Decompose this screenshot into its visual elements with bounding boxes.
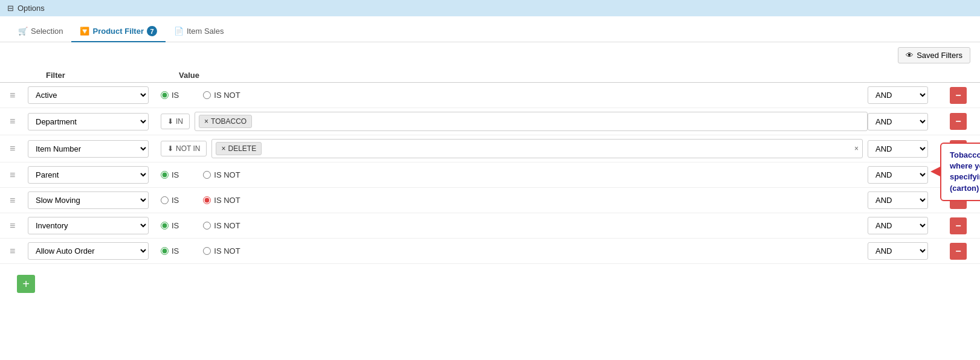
add-row: +: [0, 264, 980, 304]
and-select-slow-moving[interactable]: AND OR: [868, 191, 928, 209]
isnot-label-parent: IS NOT: [214, 170, 240, 179]
drag-handle-inventory[interactable]: ≡: [10, 220, 28, 231]
and-select-item-number[interactable]: AND OR: [868, 140, 928, 158]
filter-select-department[interactable]: Department: [28, 113, 149, 130]
clear-item-number[interactable]: ×: [854, 144, 859, 153]
tab-selection[interactable]: 🛒 Selection: [10, 22, 71, 42]
tags-area-item-number[interactable]: × DELETE ×: [211, 139, 863, 158]
top-bar: ⊟ Options: [0, 0, 980, 16]
is-label-allow-auto-order: IS: [172, 246, 179, 256]
and-select-allow-auto-order[interactable]: AND OR: [868, 242, 928, 260]
saved-filters-label: Saved Filters: [917, 51, 962, 60]
add-filter-button[interactable]: +: [17, 275, 35, 293]
row-slow-moving: ≡ Slow Moving IS IS NOT AND OR −: [0, 188, 980, 213]
tag-x-tobacco[interactable]: ×: [204, 117, 208, 126]
remove-button-department[interactable]: −: [950, 113, 967, 130]
tag-delete: × DELETE: [216, 142, 262, 155]
drag-handle-parent[interactable]: ≡: [10, 170, 28, 181]
filter-rows-container: ≡ Active IS IS NOT AND OR −: [0, 83, 980, 264]
in-button-department[interactable]: ⬇ IN: [161, 114, 190, 129]
not-in-button[interactable]: ⬇ NOT IN: [161, 141, 207, 156]
drag-handle-active[interactable]: ≡: [10, 90, 28, 101]
in-label-department: IN: [176, 117, 183, 126]
drag-handle-allow-auto-order[interactable]: ≡: [10, 246, 28, 257]
and-select-parent[interactable]: AND OR: [868, 166, 928, 184]
tooltip-box: Tobacco Auto Order where you are specify…: [940, 143, 980, 201]
and-select-inventory[interactable]: AND OR: [868, 217, 928, 234]
and-select-active[interactable]: AND OR: [868, 86, 928, 104]
is-label-slow-moving: IS: [172, 196, 179, 205]
filter-header: Filter: [46, 71, 179, 80]
row-inventory: ≡ Inventory IS IS NOT AND OR −: [0, 213, 980, 239]
radio-is-allow-auto-order[interactable]: IS: [161, 246, 179, 256]
row-department: ≡ Department ⬇ IN × TOBACCO AND OR: [0, 108, 980, 135]
row-active: ≡ Active IS IS NOT AND OR −: [0, 83, 980, 108]
tab-product-filter[interactable]: 🔽 Product Filter 7: [71, 21, 166, 42]
tags-area-department[interactable]: × TOBACCO: [195, 112, 868, 131]
in-icon-department: ⬇: [167, 117, 173, 126]
radio-isnot-active[interactable]: IS NOT: [203, 91, 240, 100]
saved-filters-button[interactable]: 👁 Saved Filters: [898, 47, 970, 63]
options-icon: ⊟: [7, 4, 14, 13]
is-label-active: IS: [172, 91, 179, 100]
remove-button-active[interactable]: −: [950, 87, 967, 104]
filter-select-active[interactable]: Active: [28, 86, 149, 104]
drag-handle-department[interactable]: ≡: [10, 116, 28, 127]
tabs-bar: 🛒 Selection 🔽 Product Filter 7 📄 Item Sa…: [0, 16, 980, 42]
eye-icon: 👁: [906, 51, 914, 60]
value-header: Value: [179, 71, 970, 80]
filter-select-parent[interactable]: Parent: [28, 166, 149, 184]
not-in-icon: ⬇: [167, 144, 173, 153]
tooltip-text: Tobacco Auto Order where you are specify…: [950, 150, 980, 193]
filter-select-allow-auto-order[interactable]: Allow Auto Order: [28, 242, 149, 260]
remove-button-allow-auto-order[interactable]: −: [950, 243, 967, 260]
toolbar-row: 👁 Saved Filters: [0, 42, 980, 68]
selection-icon: 🛒: [18, 27, 28, 36]
row-allow-auto-order: ≡ Allow Auto Order IS IS NOT AND OR −: [0, 239, 980, 264]
not-in-label: NOT IN: [176, 144, 200, 153]
row-parent: ≡ Parent IS IS NOT AND OR −: [0, 162, 980, 188]
filter-icon: 🔽: [80, 27, 89, 36]
radio-is-active[interactable]: IS: [161, 91, 179, 100]
table-header: Filter Value: [0, 68, 980, 83]
radio-isnot-slow-moving[interactable]: IS NOT: [203, 196, 240, 205]
filter-select-item-number[interactable]: Item Number: [28, 140, 149, 158]
radio-is-parent[interactable]: IS: [161, 170, 179, 179]
item-sales-icon: 📄: [174, 27, 184, 36]
remove-button-inventory[interactable]: −: [950, 217, 967, 234]
options-label: Options: [18, 4, 45, 13]
tab-item-sales-label: Item Sales: [187, 27, 224, 36]
tab-selection-label: Selection: [31, 27, 63, 36]
product-filter-badge: 7: [147, 26, 157, 36]
radio-isnot-allow-auto-order[interactable]: IS NOT: [203, 246, 240, 256]
radio-is-slow-moving[interactable]: IS: [161, 196, 179, 205]
and-select-department[interactable]: AND OR: [868, 113, 928, 130]
tag-x-delete[interactable]: ×: [221, 144, 225, 153]
row-item-number: ≡ Item Number ⬇ NOT IN × DELETE ×: [0, 135, 980, 162]
is-label-inventory: IS: [172, 221, 179, 230]
is-label-parent: IS: [172, 170, 179, 179]
tab-item-sales[interactable]: 📄 Item Sales: [166, 22, 232, 42]
tab-product-filter-label: Product Filter: [92, 27, 144, 36]
isnot-label-inventory: IS NOT: [214, 221, 240, 230]
filter-select-slow-moving[interactable]: Slow Moving: [28, 191, 149, 209]
radio-isnot-inventory[interactable]: IS NOT: [203, 221, 240, 230]
radio-is-inventory[interactable]: IS: [161, 221, 179, 230]
isnot-label-active: IS NOT: [214, 91, 240, 100]
radio-isnot-parent[interactable]: IS NOT: [203, 170, 240, 179]
drag-handle-item-number[interactable]: ≡: [10, 143, 28, 154]
tag-tobacco: × TOBACCO: [199, 115, 252, 128]
tooltip-arrow: [930, 167, 940, 176]
drag-handle-slow-moving[interactable]: ≡: [10, 195, 28, 206]
isnot-label-allow-auto-order: IS NOT: [214, 246, 240, 256]
filter-select-inventory[interactable]: Inventory: [28, 217, 149, 234]
isnot-label-slow-moving: IS NOT: [214, 196, 240, 205]
